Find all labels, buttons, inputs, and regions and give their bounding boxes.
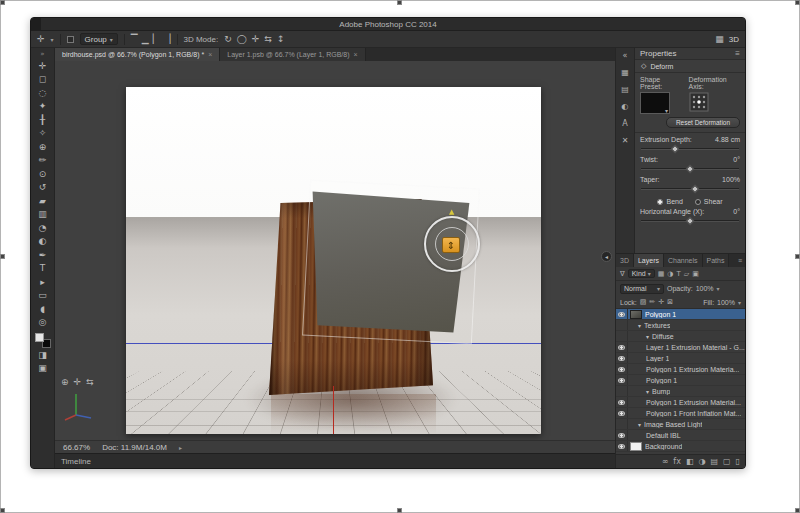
kind-filter-dropdown[interactable]: Kind ▾ bbox=[628, 269, 655, 278]
color-swatches[interactable] bbox=[35, 333, 51, 348]
layer-row[interactable]: Default IBL bbox=[616, 430, 745, 441]
layer-effects-icon[interactable]: fx bbox=[673, 457, 681, 466]
new-layer-icon[interactable]: ▢ bbox=[723, 457, 731, 466]
reset-deformation-button[interactable]: Reset Deformation bbox=[666, 117, 740, 128]
close-tab-icon[interactable]: × bbox=[354, 51, 358, 58]
canvas-area[interactable]: ▲ ⇕ ⊕✛⇆ ◂ bbox=[55, 61, 615, 440]
panel-tab-3d[interactable]: 3D bbox=[616, 254, 634, 267]
lasso-tool[interactable]: ◌ bbox=[33, 86, 53, 100]
horizontal-angle-slider[interactable] bbox=[641, 217, 739, 225]
layer-visibility-toggle[interactable] bbox=[616, 441, 628, 451]
layer-visibility-toggle[interactable] bbox=[616, 353, 628, 363]
bend-radio[interactable]: Bend bbox=[657, 198, 682, 205]
frame-handle[interactable] bbox=[0, 0, 5, 5]
path-selection-tool[interactable]: ▸ bbox=[33, 275, 53, 289]
document-tab[interactable]: Layer 1.psb @ 66.7% (Layer 1, RGB/8)× bbox=[220, 48, 365, 61]
frame-handle[interactable] bbox=[0, 508, 5, 513]
layer-row[interactable]: Polygon 1 Extrusion Materia... bbox=[616, 364, 745, 375]
horizontal-angle-value[interactable]: 0° bbox=[733, 208, 740, 215]
frame-handle[interactable] bbox=[0, 254, 5, 259]
extrusion-depth-slider[interactable] bbox=[641, 145, 739, 153]
shape-preset-picker[interactable]: ▾ bbox=[640, 92, 670, 114]
3d-manipulator-gizmo[interactable]: ▲ ⇕ bbox=[424, 216, 480, 272]
adjustments-panel-icon[interactable]: ◐ bbox=[622, 102, 629, 111]
layer-visibility-toggle[interactable] bbox=[616, 364, 628, 374]
marquee-tool[interactable]: ◻ bbox=[33, 73, 53, 87]
layer-row[interactable]: Polygon 1 Extrusion Material... bbox=[616, 397, 745, 408]
lock-transparent-pixels-icon[interactable]: ▨ bbox=[640, 298, 647, 306]
layer-row[interactable]: ▾Textures bbox=[616, 320, 745, 331]
collapse-panels-icon[interactable]: « bbox=[623, 51, 628, 60]
lock-image-pixels-icon[interactable]: ✏ bbox=[649, 298, 655, 306]
document-view[interactable]: ▲ ⇕ bbox=[126, 87, 541, 434]
frame-handle[interactable] bbox=[397, 0, 402, 5]
chevron-down-icon[interactable]: ▾ bbox=[717, 285, 720, 292]
layer-row[interactable]: ▾Image Based Light bbox=[616, 419, 745, 430]
title-bar[interactable]: Adobe Photoshop CC 2014 bbox=[31, 18, 745, 31]
collapse-panel-button[interactable]: ◂ bbox=[601, 251, 612, 262]
slider-thumb[interactable] bbox=[686, 217, 694, 225]
history-brush-tool[interactable]: ↺ bbox=[33, 181, 53, 195]
align-top-icon[interactable]: ▔ bbox=[131, 34, 138, 44]
layer-row[interactable]: Polygon 1 bbox=[616, 375, 745, 386]
blend-mode-dropdown[interactable]: Normal ▾ bbox=[620, 284, 664, 294]
brush-tool[interactable]: ✏ bbox=[33, 154, 53, 168]
layer-visibility-toggle[interactable] bbox=[616, 430, 628, 440]
pan-view-icon[interactable]: ✛ bbox=[74, 377, 82, 387]
layer-visibility-toggle[interactable] bbox=[616, 386, 628, 396]
eraser-tool[interactable]: ▰ bbox=[33, 194, 53, 208]
disclosure-triangle-icon[interactable]: ▾ bbox=[646, 333, 649, 340]
status-popup-icon[interactable]: ▸ bbox=[179, 444, 182, 451]
extrude-handle[interactable]: ⇕ bbox=[442, 237, 460, 253]
filter-type-layers-icon[interactable]: T bbox=[676, 270, 680, 278]
screen-mode-icon[interactable]: ▣ bbox=[33, 362, 53, 376]
filter-pixel-layers-icon[interactable]: ▦ bbox=[658, 270, 665, 278]
deformation-axis-selector[interactable] bbox=[689, 92, 709, 112]
filter-shape-layers-icon[interactable]: ▱ bbox=[684, 270, 689, 278]
link-layers-icon[interactable]: ∞ bbox=[662, 457, 669, 466]
frame-handle[interactable] bbox=[795, 0, 800, 5]
frame-handle[interactable] bbox=[397, 508, 402, 513]
roll-3d-camera-icon[interactable]: ◯ bbox=[237, 34, 247, 44]
swap-view-icon[interactable]: ⇆ bbox=[86, 377, 94, 387]
layer-row[interactable]: Layer 1 bbox=[616, 353, 745, 364]
gizmo-arrow-icon[interactable]: ▲ bbox=[449, 208, 454, 216]
orbit-3d-camera-icon[interactable]: ↻ bbox=[224, 34, 232, 44]
eyedropper-tool[interactable]: ✧ bbox=[33, 127, 53, 141]
zoom-level-field[interactable]: 66.67% bbox=[63, 443, 90, 452]
add-layer-mask-icon[interactable]: ◧ bbox=[686, 457, 694, 466]
layer-visibility-toggle[interactable] bbox=[616, 419, 628, 429]
pan-3d-camera-icon[interactable]: ✛ bbox=[252, 34, 260, 44]
layer-visibility-toggle[interactable] bbox=[616, 408, 628, 418]
disclosure-triangle-icon[interactable]: ▾ bbox=[638, 421, 641, 428]
zoom-tool[interactable]: ◎ bbox=[33, 316, 53, 330]
layer-row[interactable]: Polygon 1 bbox=[616, 309, 745, 320]
layer-visibility-toggle[interactable] bbox=[616, 309, 628, 319]
layer-visibility-toggle[interactable] bbox=[616, 320, 628, 330]
quick-mask-icon[interactable]: ◨ bbox=[33, 348, 53, 362]
slider-thumb[interactable] bbox=[671, 145, 679, 153]
layer-row[interactable]: Layer 1 Extrusion Material - G... bbox=[616, 342, 745, 353]
chevron-down-icon[interactable]: ▾ bbox=[738, 299, 741, 306]
healing-brush-tool[interactable]: ⊕ bbox=[33, 140, 53, 154]
panel-menu-icon[interactable]: ≡ bbox=[735, 254, 745, 267]
close-tab-icon[interactable]: × bbox=[208, 51, 212, 58]
slider-thumb[interactable] bbox=[686, 165, 694, 173]
orbit-view-icon[interactable]: ⊕ bbox=[61, 377, 69, 387]
document-tab[interactable]: birdhouse.psd @ 66.7% (Polygon 1, RGB/8)… bbox=[55, 48, 220, 61]
crop-tool[interactable]: ╂ bbox=[33, 113, 53, 127]
slide-3d-camera-icon[interactable]: ⇆ bbox=[264, 34, 272, 44]
swatches-panel-icon[interactable]: ▤ bbox=[621, 85, 629, 94]
twist-slider[interactable] bbox=[641, 165, 739, 173]
taper-slider[interactable] bbox=[641, 185, 739, 193]
move-tool[interactable]: ✛ bbox=[33, 59, 53, 73]
zoom-3d-camera-icon[interactable]: ↕ bbox=[277, 34, 285, 44]
collapse-tools-icon[interactable]: » bbox=[40, 50, 44, 59]
panel-tab-channels[interactable]: Channels bbox=[664, 254, 703, 267]
layer-visibility-toggle[interactable] bbox=[616, 397, 628, 407]
disclosure-triangle-icon[interactable]: ▾ bbox=[646, 388, 649, 395]
layer-visibility-toggle[interactable] bbox=[616, 331, 628, 341]
layer-row[interactable]: ▾Bump bbox=[616, 386, 745, 397]
layer-row[interactable]: Polygon 1 Front Inflation Mat... bbox=[616, 408, 745, 419]
new-adjustment-layer-icon[interactable]: ◑ bbox=[698, 457, 705, 466]
